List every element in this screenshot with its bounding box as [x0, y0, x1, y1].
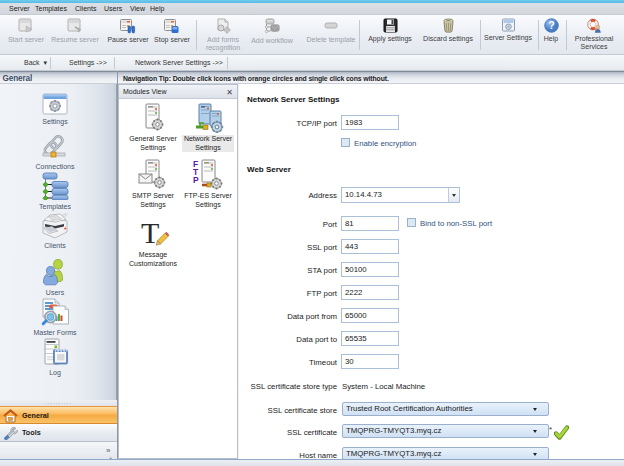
svg-text:?: ? — [548, 20, 554, 31]
svg-text:P: P — [193, 175, 199, 185]
